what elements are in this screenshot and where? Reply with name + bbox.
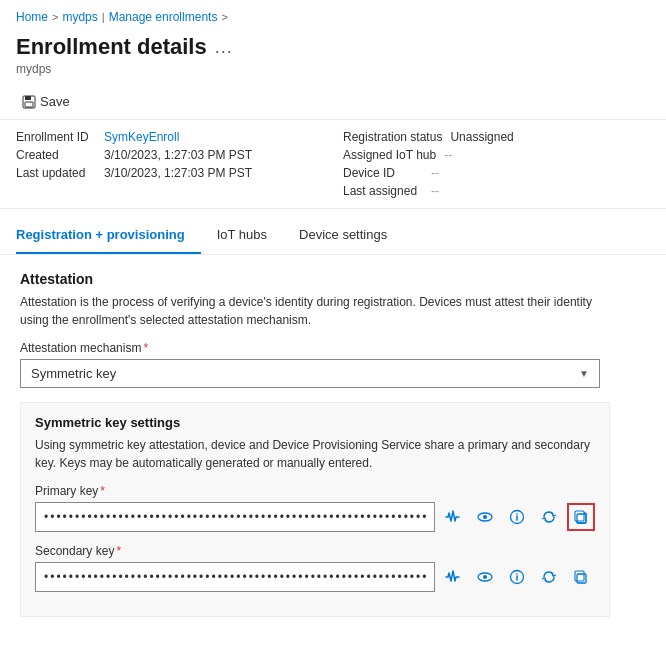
secondary-key-row [35, 562, 595, 592]
assigned-iot-hub-value: -- [444, 148, 452, 162]
svg-point-15 [516, 573, 518, 575]
symmetric-key-description: Using symmetric key attestation, device … [35, 436, 595, 472]
details-left: Enrollment ID SymKeyEnroll Created 3/10/… [16, 130, 323, 198]
save-label: Save [40, 94, 70, 109]
page-title: Enrollment details [16, 34, 207, 60]
primary-key-row [35, 502, 595, 532]
device-id-label: Device ID [343, 166, 423, 180]
breadcrumb-manage[interactable]: Manage enrollments [109, 10, 218, 24]
svg-point-12 [483, 575, 487, 579]
primary-key-copy-icon[interactable] [567, 503, 595, 531]
breadcrumb-mydps[interactable]: mydps [62, 10, 97, 24]
breadcrumb-home[interactable]: Home [16, 10, 48, 24]
primary-key-input[interactable] [35, 502, 435, 532]
toolbar: Save [0, 84, 666, 120]
assigned-iot-hub-label: Assigned IoT hub [343, 148, 436, 162]
attestation-description: Attestation is the process of verifying … [20, 293, 600, 329]
attestation-mechanism-value: Symmetric key [31, 366, 116, 381]
last-updated-row: Last updated 3/10/2023, 1:27:03 PM PST [16, 166, 323, 180]
created-row: Created 3/10/2023, 1:27:03 PM PST [16, 148, 323, 162]
last-assigned-label: Last assigned [343, 184, 423, 198]
secondary-key-input[interactable] [35, 562, 435, 592]
tab-registration-provisioning[interactable]: Registration + provisioning [16, 217, 201, 254]
last-updated-value: 3/10/2023, 1:27:03 PM PST [104, 166, 252, 180]
secondary-key-refresh-icon[interactable] [535, 563, 563, 591]
tab-device-settings[interactable]: Device settings [283, 217, 403, 254]
device-id-value: -- [431, 166, 439, 180]
created-label: Created [16, 148, 96, 162]
attestation-section: Attestation Attestation is the process o… [20, 271, 646, 388]
svg-rect-2 [25, 102, 33, 107]
enrollment-id-label: Enrollment ID [16, 130, 96, 144]
secondary-key-copy-icon[interactable] [567, 563, 595, 591]
registration-status-label: Registration status [343, 130, 442, 144]
breadcrumb-pipe: | [102, 11, 105, 23]
breadcrumb-sep2: > [221, 11, 227, 23]
last-assigned-value: -- [431, 184, 439, 198]
svg-rect-16 [575, 571, 584, 581]
last-updated-label: Last updated [16, 166, 96, 180]
registration-status-row: Registration status Unassigned [343, 130, 650, 144]
primary-key-waveform-icon[interactable] [439, 503, 467, 531]
primary-key-label: Primary key* [35, 484, 595, 498]
registration-status-value: Unassigned [450, 130, 513, 144]
secondary-key-eye-icon[interactable] [471, 563, 499, 591]
attestation-title: Attestation [20, 271, 646, 287]
symmetric-key-title: Symmetric key settings [35, 415, 595, 430]
symmetric-key-section: Symmetric key settings Using symmetric k… [20, 402, 610, 617]
primary-key-refresh-icon[interactable] [535, 503, 563, 531]
svg-point-4 [483, 515, 487, 519]
assigned-iot-hub-row: Assigned IoT hub -- [343, 148, 650, 162]
title-options-button[interactable]: ... [215, 37, 233, 58]
tabs-bar: Registration + provisioning IoT hubs Dev… [0, 217, 666, 255]
dropdown-chevron-icon: ▼ [579, 368, 589, 379]
details-right: Registration status Unassigned Assigned … [343, 130, 650, 198]
breadcrumb-sep1: > [52, 11, 58, 23]
attestation-mechanism-dropdown[interactable]: Symmetric key ▼ [20, 359, 600, 388]
primary-key-eye-icon[interactable] [471, 503, 499, 531]
last-assigned-row: Last assigned -- [343, 184, 650, 198]
svg-rect-1 [25, 96, 31, 100]
device-id-row: Device ID -- [343, 166, 650, 180]
breadcrumb: Home > mydps | Manage enrollments > [0, 0, 666, 30]
save-icon [22, 95, 36, 109]
enrollment-id-value: SymKeyEnroll [104, 130, 179, 144]
content-area: Attestation Attestation is the process o… [0, 255, 666, 645]
attestation-mechanism-label: Attestation mechanism* [20, 341, 646, 355]
svg-rect-9 [575, 511, 584, 521]
enrollment-id-row: Enrollment ID SymKeyEnroll [16, 130, 323, 144]
page-title-row: Enrollment details ... [0, 30, 666, 60]
save-button[interactable]: Save [16, 90, 76, 113]
tab-iot-hubs[interactable]: IoT hubs [201, 217, 283, 254]
details-section: Enrollment ID SymKeyEnroll Created 3/10/… [0, 120, 666, 209]
created-value: 3/10/2023, 1:27:03 PM PST [104, 148, 252, 162]
secondary-key-waveform-icon[interactable] [439, 563, 467, 591]
page-subtitle: mydps [0, 60, 666, 84]
svg-point-7 [516, 513, 518, 515]
secondary-key-label: Secondary key* [35, 544, 595, 558]
secondary-key-info-icon[interactable] [503, 563, 531, 591]
primary-key-info-icon[interactable] [503, 503, 531, 531]
